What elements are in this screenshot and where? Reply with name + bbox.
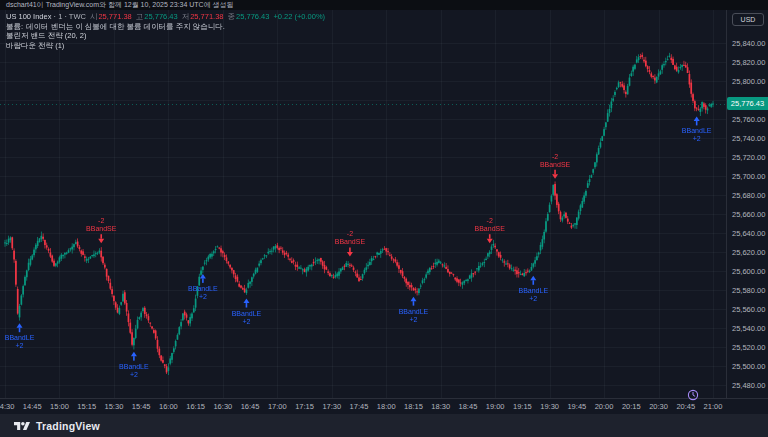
time-tick: 16:00: [159, 402, 178, 411]
countdown-clock-icon[interactable]: [687, 387, 699, 399]
legend: US 100 Index · 1 · TWC시25,771.38고25,776.…: [6, 12, 325, 50]
time-tick: 19:00: [486, 402, 505, 411]
change-value: +0.22 (+0.00%): [273, 12, 325, 21]
price-tick: 25,800.00: [732, 77, 765, 86]
indicator-row-bollinger-strategy[interactable]: 볼린저 밴드 전략 (20, 2): [6, 31, 325, 41]
time-tick: 18:30: [431, 402, 450, 411]
time-tick: 16:45: [241, 402, 260, 411]
price-tick: 25,500.00: [732, 362, 765, 371]
ohlc-value: 25,776.43: [144, 12, 177, 21]
volume-label: 볼륨:: [6, 22, 23, 31]
ohlc-label: 저: [182, 12, 190, 21]
time-tick: 20:45: [676, 402, 695, 411]
volume-row[interactable]: 볼륨:데이터 벤더는 이 심볼에 대한 볼륨 데이터를 주지 않습니다.: [6, 22, 325, 32]
ohlc-label: 종: [228, 12, 236, 21]
ohlc-label: 고: [136, 12, 144, 21]
price-axis[interactable]: USD 25,776.43 25,840.0025,820.0025,800.0…: [726, 10, 768, 398]
price-tick: 25,620.00: [732, 248, 765, 257]
symbol-row[interactable]: US 100 Index · 1 · TWC시25,771.38고25,776.…: [6, 12, 325, 22]
indicator-row-updown-strategy[interactable]: 바람다운 전략 (1): [6, 41, 325, 51]
price-tick: 25,680.00: [732, 191, 765, 200]
time-tick: 17:00: [268, 402, 287, 411]
axis-corner: [726, 398, 768, 414]
time-tick: 19:30: [540, 402, 559, 411]
footer-bar: TradingView: [0, 414, 768, 437]
time-tick: 17:30: [322, 402, 341, 411]
price-tick: 25,720.00: [732, 153, 765, 162]
time-tick: 17:45: [350, 402, 369, 411]
time-tick: 20:15: [622, 402, 641, 411]
attribution-bar: dschart41이 TradingView.com와 함께 12월 10, 2…: [0, 0, 768, 10]
time-tick: 18:00: [377, 402, 396, 411]
price-tick: 25,840.00: [732, 39, 765, 48]
price-tick: 25,600.00: [732, 267, 765, 276]
time-tick: 15:30: [105, 402, 124, 411]
price-tick: 25,660.00: [732, 210, 765, 219]
time-tick: 15:15: [77, 402, 96, 411]
volume-message: 데이터 벤더는 이 심볼에 대한 볼륨 데이터를 주지 않습니다.: [26, 22, 225, 31]
time-tick: 21:00: [704, 402, 723, 411]
time-tick: 19:45: [567, 402, 586, 411]
price-chart-canvas[interactable]: [0, 10, 726, 398]
time-tick: 15:45: [132, 402, 151, 411]
time-tick: 17:15: [295, 402, 314, 411]
price-tick: 25,540.00: [732, 324, 765, 333]
time-tick: 16:15: [186, 402, 205, 411]
time-axis[interactable]: 14:3014:4515:0015:1515:3015:4516:0016:15…: [0, 398, 726, 414]
price-tick: 25,700.00: [732, 172, 765, 181]
symbol-title[interactable]: US 100 Index: [6, 12, 51, 21]
currency-button[interactable]: USD: [732, 13, 764, 26]
time-tick: 15:00: [50, 402, 69, 411]
brand-name[interactable]: TradingView: [36, 420, 100, 432]
last-price-badge: 25,776.43: [727, 97, 768, 110]
price-tick: 25,820.00: [732, 58, 765, 67]
price-tick: 25,480.00: [732, 381, 765, 390]
price-tick: 25,640.00: [732, 229, 765, 238]
time-tick: 20:00: [595, 402, 614, 411]
ohlc-value: 25,771.38: [190, 12, 223, 21]
ohlc-value: 25,771.38: [98, 12, 131, 21]
price-tick: 25,740.00: [732, 134, 765, 143]
time-tick: 14:45: [23, 402, 42, 411]
price-tick: 25,580.00: [732, 286, 765, 295]
time-tick: 20:30: [649, 402, 668, 411]
tradingview-logo-icon[interactable]: [14, 419, 30, 432]
time-tick: 19:15: [513, 402, 532, 411]
ohlc-label: 시: [90, 12, 98, 21]
symbol-meta: · 1 · TWC: [54, 12, 86, 21]
ohlc-values: 시25,771.38고25,776.43저25,771.38종25,776.43: [86, 12, 270, 21]
price-tick: 25,560.00: [732, 305, 765, 314]
tradingview-snapshot: dschart41이 TradingView.com와 함께 12월 10, 2…: [0, 0, 768, 437]
price-tick: 25,520.00: [732, 343, 765, 352]
time-tick: 18:15: [404, 402, 423, 411]
price-tick: 25,760.00: [732, 115, 765, 124]
time-tick: 18:45: [459, 402, 478, 411]
time-tick: 14:30: [0, 402, 14, 411]
ohlc-value: 25,776.43: [236, 12, 269, 21]
time-tick: 16:30: [213, 402, 232, 411]
chart-area[interactable]: US 100 Index · 1 · TWC시25,771.38고25,776.…: [0, 10, 726, 398]
